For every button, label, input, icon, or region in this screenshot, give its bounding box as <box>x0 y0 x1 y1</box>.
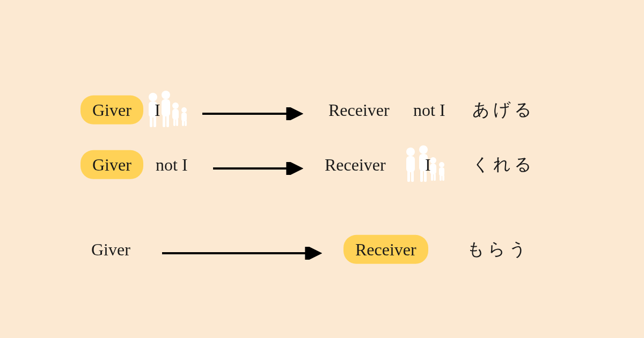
giver-person: I <box>155 100 160 120</box>
svg-rect-29 <box>434 173 436 181</box>
giver-label: Giver <box>91 239 130 260</box>
family-icon <box>142 90 191 130</box>
row-ageru: Giver <box>0 91 644 129</box>
svg-rect-7 <box>166 115 169 127</box>
svg-rect-24 <box>420 170 423 182</box>
svg-rect-13 <box>181 113 187 121</box>
svg-point-12 <box>181 107 187 113</box>
verb-japanese: あげる <box>472 98 535 122</box>
svg-rect-21 <box>411 171 414 182</box>
arrow-icon <box>201 107 303 122</box>
svg-point-4 <box>162 91 170 99</box>
receiver-label: Receiver <box>343 235 428 264</box>
svg-rect-20 <box>407 171 410 182</box>
arrow-icon <box>212 162 303 177</box>
svg-rect-15 <box>185 120 187 126</box>
svg-rect-32 <box>440 175 442 181</box>
receiver-person: I <box>425 155 431 175</box>
arrow-icon <box>161 247 322 262</box>
family-icon <box>400 144 448 185</box>
verb-japanese: くれる <box>472 153 535 177</box>
diagram-canvas: Giver <box>0 0 644 338</box>
svg-rect-10 <box>173 119 175 126</box>
svg-rect-9 <box>172 109 179 120</box>
row-morau: Giver Receiver もらう <box>0 231 644 268</box>
svg-rect-11 <box>176 119 178 126</box>
svg-point-18 <box>406 148 415 156</box>
svg-point-8 <box>172 102 179 109</box>
svg-rect-19 <box>406 156 415 172</box>
giver-label: Giver <box>80 95 143 124</box>
svg-rect-31 <box>439 167 444 176</box>
svg-point-22 <box>419 145 428 154</box>
svg-rect-27 <box>430 164 436 174</box>
giver-label: Giver <box>80 150 143 179</box>
row-kureru: Giver not I Receiver <box>0 146 644 183</box>
verb-japanese: もらう <box>467 238 530 261</box>
giver-person: not I <box>156 155 188 175</box>
receiver-label: Receiver <box>325 155 386 175</box>
svg-rect-28 <box>431 173 433 181</box>
receiver-person: not I <box>413 100 445 120</box>
receiver-label: Receiver <box>328 100 390 120</box>
svg-point-26 <box>430 157 436 164</box>
svg-rect-6 <box>163 115 165 127</box>
svg-rect-14 <box>182 120 184 126</box>
svg-rect-33 <box>442 175 444 181</box>
svg-rect-2 <box>150 116 152 127</box>
svg-rect-5 <box>162 99 170 116</box>
svg-point-30 <box>439 162 444 167</box>
